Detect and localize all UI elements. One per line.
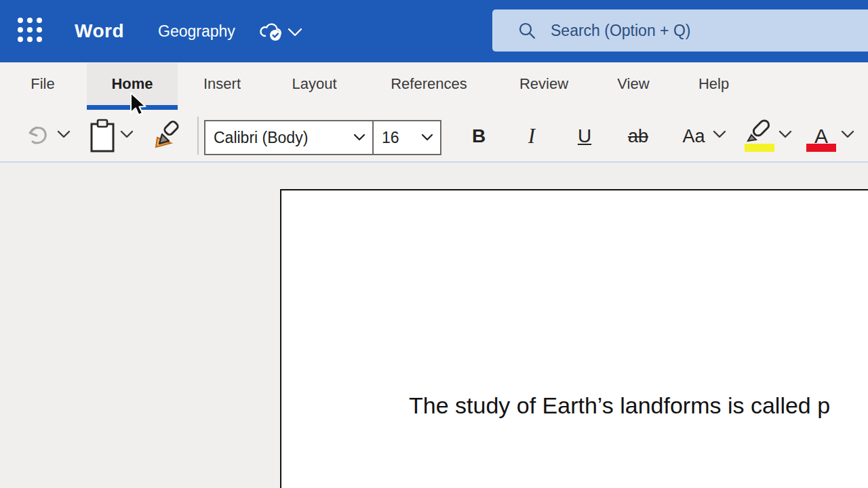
- undo-menu-chevron-icon[interactable]: [57, 130, 71, 139]
- title-bar: Word Geography: [0, 0, 868, 62]
- tab-home[interactable]: Home: [87, 63, 178, 105]
- search-icon: [518, 22, 536, 39]
- font-color-swatch: [806, 144, 836, 152]
- toolbar-divider: [197, 117, 199, 155]
- font-name-chevron-icon: [353, 134, 366, 142]
- highlight-chevron-icon[interactable]: [778, 130, 792, 139]
- format-painter-icon[interactable]: [151, 120, 183, 151]
- search-input[interactable]: [551, 22, 868, 40]
- cloud-saved-icon: [258, 21, 284, 43]
- font-size-select[interactable]: 16: [372, 120, 441, 155]
- highlight-color-icon[interactable]: [743, 118, 776, 144]
- doc-options-chevron-icon[interactable]: [288, 28, 302, 37]
- highlight-color-swatch: [745, 144, 774, 152]
- ribbon-tab-bar: File Home Insert Layout References Revie…: [0, 62, 868, 110]
- paste-icon[interactable]: [89, 119, 116, 154]
- active-tab-underline: [87, 105, 178, 110]
- tab-help[interactable]: Help: [675, 63, 753, 105]
- font-name-select[interactable]: Calibri (Body): [204, 120, 374, 155]
- tab-layout[interactable]: Layout: [271, 63, 357, 105]
- font-size-chevron-icon: [421, 134, 433, 142]
- word-online-app: { "titlebar": { "app_name": "Word", "doc…: [0, 0, 868, 488]
- document-line: The study of Earth’s landforms is called…: [409, 388, 830, 424]
- ribbon-toolbar: Calibri (Body) 16 B I U ab Aa A: [0, 110, 868, 163]
- document-title[interactable]: Geography: [158, 0, 235, 62]
- strikethrough-button[interactable]: ab: [619, 119, 657, 154]
- document-text: The study of Earth’s landforms is called…: [409, 316, 830, 488]
- font-color-chevron-icon[interactable]: [841, 130, 854, 139]
- document-canvas: The study of Earth’s landforms is called…: [0, 164, 868, 488]
- tab-review[interactable]: Review: [500, 63, 588, 105]
- font-name-value: Calibri (Body): [214, 129, 308, 147]
- bold-button[interactable]: B: [462, 119, 496, 154]
- tab-view[interactable]: View: [597, 63, 670, 105]
- tab-insert[interactable]: Insert: [183, 63, 261, 105]
- app-launcher-icon[interactable]: [18, 18, 45, 45]
- undo-icon[interactable]: [24, 123, 50, 148]
- change-case-button[interactable]: Aa: [677, 119, 711, 154]
- tab-file[interactable]: File: [20, 63, 65, 105]
- search-box[interactable]: [492, 9, 868, 52]
- font-size-value: 16: [382, 129, 399, 147]
- document-page[interactable]: The study of Earth’s landforms is called…: [280, 189, 868, 488]
- app-name: Word: [75, 0, 124, 62]
- underline-button[interactable]: U: [568, 119, 601, 154]
- tab-references[interactable]: References: [370, 63, 488, 105]
- paste-options-chevron-icon[interactable]: [120, 130, 134, 139]
- italic-button[interactable]: I: [515, 119, 549, 154]
- change-case-chevron-icon[interactable]: [713, 130, 726, 139]
